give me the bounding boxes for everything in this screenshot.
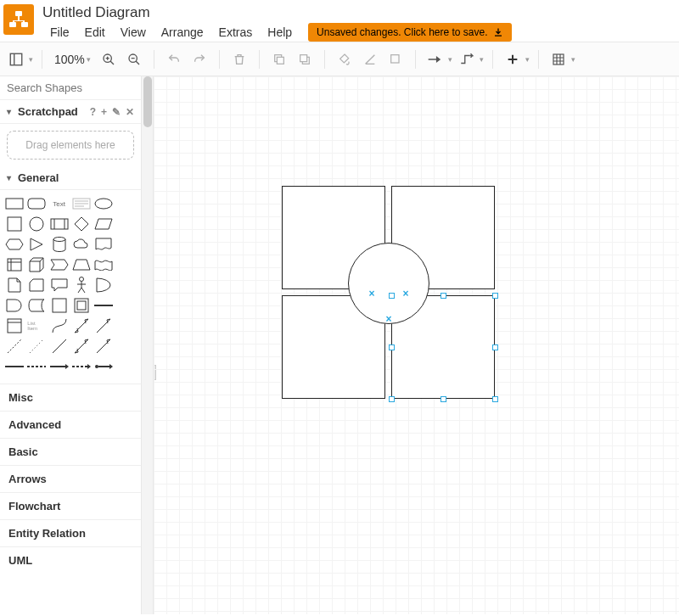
shape-note[interactable] [5, 277, 24, 294]
shape-biarrow[interactable] [72, 317, 91, 334]
shape-dotline[interactable] [27, 338, 46, 355]
shape-callout[interactable] [50, 277, 69, 294]
canvas-circle[interactable] [348, 243, 429, 324]
shape-and[interactable] [5, 297, 24, 314]
scrollbar-thumb[interactable] [143, 76, 152, 127]
insert-button[interactable] [502, 48, 524, 70]
edit-icon[interactable]: ✎ [112, 106, 121, 118]
chevron-down-icon[interactable]: ▾ [448, 55, 452, 64]
selection-handle[interactable] [441, 293, 446, 299]
sidebar-scrollbar[interactable] [142, 76, 154, 614]
shape-internal-storage[interactable] [5, 256, 24, 273]
shape-ellipse[interactable] [94, 195, 113, 212]
shape-conn1[interactable] [5, 358, 24, 375]
undo-button[interactable] [163, 48, 185, 70]
zoom-out-button[interactable] [123, 48, 145, 70]
category-advanced[interactable]: Advanced [0, 411, 141, 438]
chevron-down-icon[interactable]: ▾ [571, 55, 575, 64]
category-flowchart[interactable]: Flowchart [0, 492, 141, 519]
general-header[interactable]: ▾ General [0, 166, 141, 190]
shape-conn2[interactable] [27, 358, 46, 375]
shape-circle[interactable] [27, 216, 46, 232]
shape-document[interactable] [94, 236, 113, 253]
delete-button[interactable] [228, 48, 250, 70]
menu-file[interactable]: File [42, 23, 77, 42]
redo-button[interactable] [188, 48, 210, 70]
shape-card[interactable] [27, 277, 46, 294]
close-icon[interactable]: ✕ [126, 106, 134, 118]
to-front-button[interactable] [268, 48, 290, 70]
shadow-button[interactable] [384, 48, 407, 70]
shape-container[interactable] [50, 297, 69, 314]
waypoint-button[interactable] [456, 48, 478, 70]
shape-cylinder[interactable] [50, 236, 69, 253]
help-icon[interactable]: ? [90, 106, 96, 118]
connection-point[interactable]: × [385, 314, 391, 324]
shape-triangle[interactable] [27, 236, 46, 253]
shape-step[interactable] [50, 256, 69, 273]
category-uml[interactable]: UML [0, 546, 141, 574]
shape-or[interactable] [94, 277, 113, 294]
selection-handle[interactable] [389, 344, 395, 350]
menu-view[interactable]: View [113, 23, 154, 42]
shape-roundrect[interactable] [27, 195, 46, 212]
shape-line[interactable] [50, 338, 69, 355]
table-button[interactable] [547, 48, 570, 70]
shape-label[interactable]: List Item [27, 317, 46, 334]
chevron-down-icon[interactable]: ▾ [480, 55, 484, 64]
selection-handle[interactable] [441, 396, 446, 402]
shape-biarrow2[interactable] [72, 338, 91, 355]
document-title[interactable]: Untitled Diagram [42, 4, 512, 21]
search-input[interactable] [7, 81, 142, 94]
shape-cube[interactable] [27, 256, 46, 273]
connection-button[interactable] [424, 48, 446, 70]
zoom-dropdown[interactable]: 100% ▾ [51, 53, 94, 66]
shape-dashline[interactable] [5, 338, 24, 355]
shape-conn5[interactable] [94, 358, 113, 375]
selection-handle[interactable] [389, 396, 395, 402]
shape-datastore[interactable] [27, 297, 46, 314]
shape-textbox[interactable] [72, 195, 91, 212]
scratchpad-header[interactable]: ▾ Scratchpad ? + ✎ ✕ [0, 100, 141, 124]
connection-point[interactable]: × [368, 288, 374, 299]
selection-handle[interactable] [492, 344, 498, 350]
shape-text[interactable]: Text [50, 195, 69, 212]
shape-process[interactable] [50, 216, 69, 232]
shape-arrow[interactable] [94, 317, 113, 334]
shape-list[interactable] [5, 317, 24, 334]
shape-curve[interactable] [50, 317, 69, 334]
selection-handle[interactable] [492, 293, 498, 299]
menu-extras[interactable]: Extras [211, 23, 261, 42]
category-misc[interactable]: Misc [0, 384, 141, 411]
menu-edit[interactable]: Edit [77, 23, 113, 42]
category-entity-relation[interactable]: Entity Relation [0, 519, 141, 546]
selection-handle[interactable] [389, 293, 395, 299]
menu-help[interactable]: Help [260, 23, 300, 42]
chevron-down-icon[interactable]: ▾ [29, 55, 33, 64]
selection-handle[interactable] [492, 396, 498, 402]
shape-tape[interactable] [94, 256, 113, 273]
plus-icon[interactable]: + [101, 106, 107, 118]
view-mode-button[interactable] [5, 48, 27, 70]
shape-conn3[interactable] [50, 358, 69, 375]
shape-hline[interactable] [94, 297, 113, 314]
shape-square[interactable] [5, 216, 24, 232]
to-back-button[interactable] [294, 48, 316, 70]
zoom-in-button[interactable] [98, 48, 120, 70]
shape-rect[interactable] [5, 195, 24, 212]
shape-actor[interactable] [72, 277, 91, 294]
shape-frame[interactable] [72, 297, 91, 314]
category-basic[interactable]: Basic [0, 438, 141, 465]
shape-cloud[interactable] [72, 236, 91, 253]
line-color-button[interactable] [359, 48, 381, 70]
scratchpad-dropzone[interactable]: Drag elements here [7, 131, 134, 160]
shape-parallelogram[interactable] [94, 216, 113, 232]
shape-diamond[interactable] [72, 216, 91, 232]
chevron-down-icon[interactable]: ▾ [525, 55, 530, 64]
menu-arrange[interactable]: Arrange [154, 23, 211, 42]
save-notice[interactable]: Unsaved changes. Click here to save. [308, 23, 511, 42]
category-arrows[interactable]: Arrows [0, 465, 141, 492]
shape-hexagon[interactable] [5, 236, 24, 253]
connection-point[interactable]: × [402, 288, 408, 299]
canvas[interactable]: ××× [154, 76, 679, 614]
